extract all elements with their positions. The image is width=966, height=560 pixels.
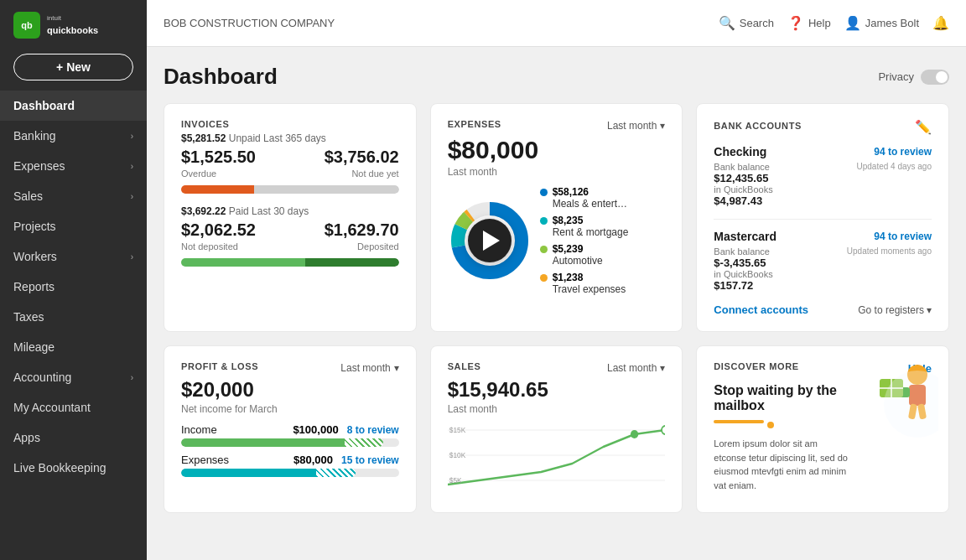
expenses-fill [181,469,316,477]
expenses-review-link[interactable]: 15 to review [341,454,399,466]
play-button[interactable] [468,219,512,262]
overdue-amount: $1,525.50 [181,148,256,167]
pl-amount: $20,000 [181,378,399,402]
chevron-right-icon: › [131,192,133,201]
svg-text:$5K: $5K [449,476,462,485]
sales-chart: $15K $10K $5K [448,422,666,497]
mastercard-qb-balance: $157.72 [714,279,772,292]
notdue-amount: $3,756.02 [325,148,399,167]
discover-more-card: DISCOVER MORE Hide Stop waiting by the m… [696,345,949,513]
pl-period[interactable]: Last month ▾ [340,362,398,374]
deposited-amount: $1,629.70 [325,220,399,240]
paid-labels: Not deposited Deposited [181,241,399,251]
user-menu[interactable]: 👤 James Bolt [844,15,919,31]
mastercard-name: Mastercard [714,230,776,243]
notdue-bar [254,185,399,194]
bell-icon: 🔔 [932,15,949,31]
dropdown-arrow-icon: ▾ [394,362,399,374]
mastercard-account: Mastercard 94 to review Bank balance $-3… [714,230,932,292]
profit-loss-card: PROFIT & LOSS Last month ▾ $20,000 Net i… [164,345,417,513]
paid-row: $3,692.22 Paid Last 30 days [181,205,399,217]
checking-account: Checking 94 to review Bank balance $12,4… [714,145,932,207]
unpaid-period: Last 365 days [263,132,326,144]
sidebar-item-dashboard[interactable]: Dashboard [0,91,147,121]
sidebar-item-accounting[interactable]: Accounting › [0,362,147,392]
overdue-bar [181,185,254,194]
sidebar-item-taxes[interactable]: Taxes [0,302,147,332]
sidebar-item-apps[interactable]: Apps [0,423,147,453]
legend-item-1: $58,126 Meals & entert… [540,186,666,210]
chevron-right-icon: › [131,373,133,382]
mastercard-balance-col: Bank balance $-3,435.65 in QuickBooks $1… [714,246,772,292]
pl-header: PROFIT & LOSS Last month ▾ [181,361,399,375]
paid-amounts: $2,062.52 $1,629.70 [181,220,399,240]
sidebar-item-reports[interactable]: Reports [0,272,147,302]
invoices-title: INVOICES [181,119,399,129]
sidebar-item-expenses[interactable]: Expenses › [0,151,147,181]
sales-header: SALES Last month ▾ [448,361,666,375]
sidebar-item-projects[interactable]: Projects [0,211,147,241]
pl-income-bar [181,438,399,447]
go-to-registers-link[interactable]: Go to registers ▾ [858,304,932,316]
sidebar-item-banking[interactable]: Banking › [0,121,147,151]
legend-item-2: $8,235 Rent & mortgage [540,215,666,238]
connect-accounts-button[interactable]: Connect accounts [714,303,808,316]
mastercard-review[interactable]: 94 to review [874,231,932,242]
unpaid-progress-bar [181,185,399,194]
mastercard-details: Bank balance $-3,435.65 in QuickBooks $1… [714,246,932,292]
expenses-title: EXPENSES [448,119,501,129]
income-review-link[interactable]: 8 to review [347,424,399,436]
privacy-toggle[interactable] [921,70,949,85]
pl-income-row: Income $100,000 8 to review [181,423,399,447]
new-button[interactable]: + New [13,54,133,80]
unpaid-amounts: $1,525.50 $3,756.02 [181,148,399,167]
expenses-period[interactable]: Last month ▾ [607,120,665,132]
notdeposited-amount: $2,062.52 [181,220,256,240]
edit-icon[interactable]: ✏️ [915,119,932,135]
dashboard-header: Dashboard Privacy [164,64,949,90]
sidebar-item-my-accountant[interactable]: My Accountant [0,392,147,423]
discover-content: Stop waiting by the mailbox Lorem ipsum … [714,383,932,492]
sidebar-item-mileage[interactable]: Mileage [0,332,147,362]
svg-text:$15K: $15K [449,426,466,434]
sidebar-item-sales[interactable]: Sales › [0,181,147,211]
pl-expenses-label: Expenses [181,454,229,466]
checking-updated: Updated 4 days ago [856,162,932,207]
privacy-label: Privacy [878,70,914,83]
dropdown-arrow-icon: ▾ [927,304,932,316]
income-fill [181,438,345,447]
paid-period: Last 30 days [252,205,309,217]
checking-qb-balance: $4,987.43 [714,194,772,207]
sidebar-item-live-bookkeeping[interactable]: Live Bookkeeping [0,453,147,483]
sales-sub: Last month [448,403,666,415]
dropdown-arrow-icon: ▾ [660,362,665,374]
expenses-sub: Last month [448,166,666,178]
bank-accounts-header: BANK ACCOUNTS ✏️ [714,119,932,135]
quickbooks-logo-icon: qb [13,12,40,39]
deposited-label: Deposited [357,241,399,251]
bank-accounts-card: BANK ACCOUNTS ✏️ Checking 94 to review B… [696,103,949,332]
pl-income-label: Income [181,423,217,436]
discover-headline: Stop waiting by the mailbox [714,383,844,413]
legend-dot-1 [540,189,548,196]
sidebar-item-workers[interactable]: Workers › [0,241,147,272]
pl-expenses-row: Expenses $80,000 15 to review [181,454,399,477]
discover-body: Lorem ipsum dolor sit am etconse tetur d… [714,437,849,492]
expenses-donut-area: $58,126 Meals & entert… $8,235 Rent & mo… [448,186,666,295]
expenses-legend: $58,126 Meals & entert… $8,235 Rent & mo… [540,186,666,295]
notifications[interactable]: 🔔 [932,15,949,31]
deposited-bar [305,258,398,267]
expenses-header: EXPENSES Last month ▾ [448,119,666,132]
pl-expenses-value: $80,000 [293,454,333,466]
sales-period[interactable]: Last month ▾ [607,362,665,374]
search-action[interactable]: 🔍 Search [719,15,774,31]
expenses-donut-chart [448,199,532,283]
toggle-knob [936,71,948,83]
help-action[interactable]: ❓ Help [787,15,831,31]
paid-label: Paid [229,205,249,217]
paid-progress-bar [181,258,399,267]
legend-text-2: $8,235 Rent & mortgage [553,215,629,238]
pl-income-value: $100,000 [293,423,338,436]
checking-review[interactable]: 94 to review [874,146,932,158]
checking-bank-balance: $12,435.65 [714,172,772,184]
